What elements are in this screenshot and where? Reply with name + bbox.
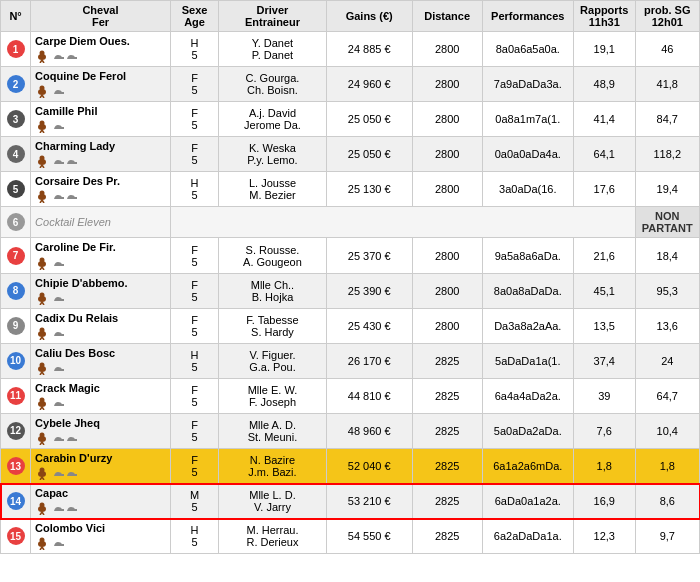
svg-line-23	[42, 267, 44, 270]
row-perf: 6aDa0a1a2a.	[482, 484, 573, 519]
row-perf: 5aDaDa1a(1.	[482, 343, 573, 378]
row-rap1: 45,1	[573, 273, 635, 308]
row-rap1: 7,6	[573, 413, 635, 448]
row-rap2: 64,7	[635, 378, 699, 413]
row-rap2: 18,4	[635, 238, 699, 273]
row-rap1: 21,6	[573, 238, 635, 273]
row-rap2: 8,6	[635, 484, 699, 519]
row-driver: Mlle L. D.V. Jarry	[219, 484, 327, 519]
row-sexe: F5	[170, 378, 218, 413]
row-rap2: 10,4	[635, 413, 699, 448]
row-cheval: Cybele Jheq	[31, 413, 171, 448]
svg-line-27	[42, 302, 44, 305]
svg-point-1	[40, 51, 45, 56]
row-rap2: 24	[635, 343, 699, 378]
row-driver: A.j. DavidJerome Da.	[219, 102, 327, 137]
row-distance: 2800	[412, 172, 482, 207]
row-num: 15	[1, 519, 31, 554]
row-rap1: 1,8	[573, 449, 635, 484]
row-rap2: 46	[635, 32, 699, 67]
row-gains: 24 885 €	[326, 32, 412, 67]
table-row: 5 Corsaire Des Pr. H5 L. JousseM. Bezier…	[1, 172, 700, 207]
row-num: 14	[1, 484, 31, 519]
row-distance: 2800	[412, 308, 482, 343]
row-num: 5	[1, 172, 31, 207]
row-num: 4	[1, 137, 31, 172]
table-row: 8 Chipie D'abbemo. F5 Mlle Ch..B. Hojka …	[1, 273, 700, 308]
row-cheval: Capac	[31, 484, 171, 519]
row-rap2: 13,6	[635, 308, 699, 343]
row-distance: 2825	[412, 343, 482, 378]
row-gains: 53 210 €	[326, 484, 412, 519]
row-sexe: F5	[170, 137, 218, 172]
row-rap1: 16,9	[573, 484, 635, 519]
row-driver: Mlle E. W.F. Joseph	[219, 378, 327, 413]
svg-point-21	[40, 257, 45, 262]
svg-point-37	[40, 397, 45, 402]
row-gains: 25 130 €	[326, 172, 412, 207]
row-distance: 2800	[412, 137, 482, 172]
row-driver: Mlle A. D.St. Meuni.	[219, 413, 327, 448]
row-gains: 24 960 €	[326, 67, 412, 102]
svg-point-29	[40, 327, 45, 332]
row-sexe: F5	[170, 67, 218, 102]
row-gains: 25 050 €	[326, 102, 412, 137]
svg-point-13	[40, 156, 45, 161]
row-distance: 2800	[412, 273, 482, 308]
row-cheval: Colombo Vici	[31, 519, 171, 554]
row-distance: 2825	[412, 413, 482, 448]
row-sexe: F5	[170, 308, 218, 343]
row-rap2: 19,4	[635, 172, 699, 207]
row-rap1: 37,4	[573, 343, 635, 378]
row-gains: 25 370 €	[326, 238, 412, 273]
header-sexe: SexeAge	[170, 1, 218, 32]
row-driver: Y. DanetP. Danet	[219, 32, 327, 67]
row-driver: L. JousseM. Bezier	[219, 172, 327, 207]
row-cheval: Cocktail Eleven	[31, 207, 171, 238]
row-sexe: F5	[170, 273, 218, 308]
table-row: 12 Cybele Jheq F5 Mlle A. D.St. Meuni. 4…	[1, 413, 700, 448]
row-perf: 7a9aDaDa3a.	[482, 67, 573, 102]
row-perf: 6a1a2a6mDa.	[482, 449, 573, 484]
row-distance: 2825	[412, 449, 482, 484]
table-row: 10 Caliu Des Bosc H5 V. Figuer.G.a. Pou.…	[1, 343, 700, 378]
row-rap2: 41,8	[635, 67, 699, 102]
row-perf: 9a5a8a6aDa.	[482, 238, 573, 273]
row-num: 10	[1, 343, 31, 378]
svg-line-47	[42, 477, 44, 480]
row-driver: Mlle Ch..B. Hojka	[219, 273, 327, 308]
row-perf: 8a0a8aDaDa.	[482, 273, 573, 308]
row-rap2: 84,7	[635, 102, 699, 137]
header-rap1: Rapports11h31	[573, 1, 635, 32]
row-cheval: Chipie D'abbemo.	[31, 273, 171, 308]
row-sexe: H5	[170, 519, 218, 554]
row-gains: 26 170 €	[326, 343, 412, 378]
row-sexe: F5	[170, 102, 218, 137]
row-rap2: 9,7	[635, 519, 699, 554]
non-partant-label: NON PARTANT	[635, 207, 699, 238]
svg-line-7	[42, 95, 44, 98]
svg-line-31	[42, 337, 44, 340]
row-distance: 2800	[412, 102, 482, 137]
row-distance: 2800	[412, 238, 482, 273]
header-performances: Performances	[482, 1, 573, 32]
table-row: 3 Camille Phil F5 A.j. DavidJerome Da. 2…	[1, 102, 700, 137]
row-cheval: Caroline De Fir.	[31, 238, 171, 273]
row-rap1: 13,5	[573, 308, 635, 343]
row-cheval: Carabin D'urzy	[31, 449, 171, 484]
svg-point-45	[40, 468, 45, 473]
svg-point-5	[40, 86, 45, 91]
row-gains: 25 390 €	[326, 273, 412, 308]
row-sexe: F5	[170, 413, 218, 448]
row-sexe: F5	[170, 449, 218, 484]
header-gains: Gains (€)	[326, 1, 412, 32]
row-perf: 6a4a4aDa2a.	[482, 378, 573, 413]
row-num: 3	[1, 102, 31, 137]
row-sexe: H5	[170, 172, 218, 207]
row-driver: M. Herrau.R. Derieux	[219, 519, 327, 554]
row-driver: C. Gourga.Ch. Boisn.	[219, 67, 327, 102]
row-gains: 25 050 €	[326, 137, 412, 172]
table-row: 11 Crack Magic F5 Mlle E. W.F. Joseph 44…	[1, 378, 700, 413]
row-gains: 25 430 €	[326, 308, 412, 343]
row-driver: S. Rousse.A. Gougeon	[219, 238, 327, 273]
